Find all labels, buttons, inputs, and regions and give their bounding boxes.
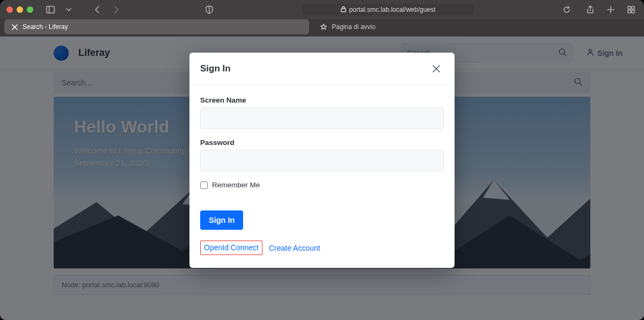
browser-titlebar: portal.smc.lab.local/web/guest xyxy=(0,0,644,19)
new-tab-button[interactable] xyxy=(604,3,617,16)
modal-title: Sign In xyxy=(200,63,231,74)
screen-name-label: Screen Name xyxy=(200,96,444,104)
svg-rect-3 xyxy=(341,9,346,12)
signin-submit-button[interactable]: Sign In xyxy=(200,210,243,230)
address-bar[interactable]: portal.smc.lab.local/web/guest xyxy=(302,4,474,16)
browser-tabstrip: Search - Liferay Pagina di avvio xyxy=(0,19,644,37)
privacy-shield-icon[interactable] xyxy=(203,3,216,16)
remember-me-checkbox[interactable] xyxy=(200,181,208,189)
window-controls xyxy=(6,6,33,13)
openid-connect-link[interactable]: OpenId Connect xyxy=(200,241,262,255)
address-text: portal.smc.lab.local/web/guest xyxy=(349,6,436,13)
browser-tab-active[interactable]: Search - Liferay xyxy=(4,19,309,34)
signin-modal: Sign In Screen Name Password Remember Me xyxy=(189,53,455,268)
close-tab-icon[interactable] xyxy=(11,23,18,31)
svg-rect-8 xyxy=(628,10,631,13)
svg-rect-9 xyxy=(632,10,634,13)
tab-overview-button[interactable] xyxy=(625,3,638,16)
window-zoom-button[interactable] xyxy=(27,6,33,13)
password-label: Password xyxy=(200,139,444,147)
browser-tab[interactable]: Pagina di avvio xyxy=(313,19,618,34)
share-button[interactable] xyxy=(584,3,597,16)
window-minimize-button[interactable] xyxy=(17,6,23,13)
star-icon xyxy=(320,23,327,31)
back-button[interactable] xyxy=(91,3,104,16)
modal-close-button[interactable] xyxy=(429,61,444,76)
password-input[interactable] xyxy=(200,150,444,171)
svg-rect-0 xyxy=(47,6,54,13)
screen-name-input[interactable] xyxy=(200,107,444,129)
window-close-button[interactable] xyxy=(6,6,13,13)
remember-me-label: Remember Me xyxy=(212,181,260,189)
forward-button[interactable] xyxy=(109,3,122,16)
svg-marker-12 xyxy=(321,24,326,30)
create-account-link[interactable]: Create Account xyxy=(269,244,320,252)
tab-menu-button[interactable] xyxy=(62,3,75,16)
svg-rect-7 xyxy=(632,6,634,9)
tab-label: Pagina di avvio xyxy=(332,23,375,31)
lock-icon xyxy=(341,6,346,13)
sidebar-toggle-button[interactable] xyxy=(44,3,57,16)
reload-button[interactable] xyxy=(560,3,573,16)
svg-rect-6 xyxy=(628,6,631,9)
tab-label: Search - Liferay xyxy=(23,23,68,31)
